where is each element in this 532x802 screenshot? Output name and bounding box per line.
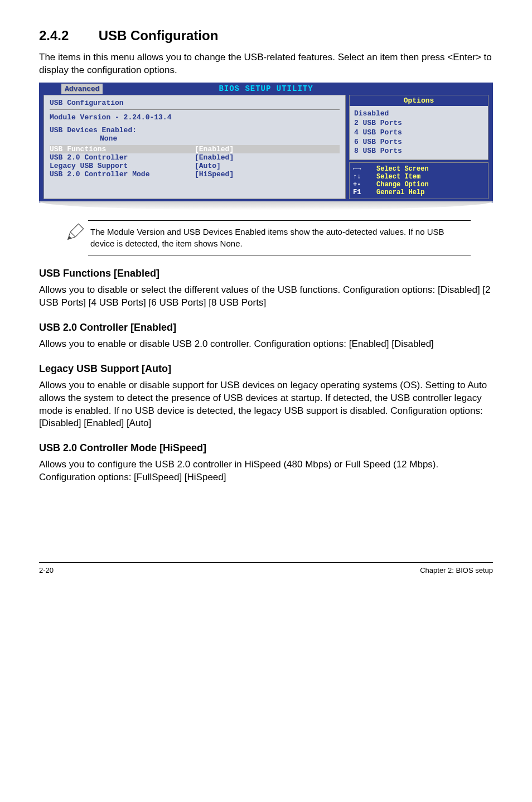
bios-option-item[interactable]: 8 USB Ports: [354, 147, 483, 156]
footer-page-number: 2-20: [39, 566, 54, 574]
bios-option-item[interactable]: 6 USB Ports: [354, 138, 483, 147]
bios-help-text: Change Option: [376, 181, 429, 189]
bios-help-key: ↑↓: [353, 173, 376, 181]
subsection-heading: USB 2.0 Controller [Enabled]: [39, 322, 493, 334]
subsection-body: Allows you to enable or disable USB 2.0 …: [39, 338, 493, 351]
section-intro: The items in this menu allows you to cha…: [39, 51, 493, 77]
bios-options-box: Options Disabled2 USB Ports4 USB Ports6 …: [349, 95, 489, 160]
bios-setting-row[interactable]: USB Functions[Enabled]: [50, 145, 340, 153]
bios-setup-title: BIOS SETUP UTILITY: [39, 83, 493, 95]
bios-devices-enabled-label: USB Devices Enabled:: [50, 126, 340, 134]
section-title-text: USB Configuration: [99, 28, 219, 43]
bios-left-pane: USB Configuration Module Version - 2.24.…: [43, 95, 346, 199]
bios-help-line: ↑↓Select Item: [353, 173, 485, 181]
bios-options-header: Options: [350, 95, 488, 106]
bios-setting-value: [Enabled]: [195, 145, 234, 153]
bios-setting-value: [Enabled]: [195, 153, 234, 162]
bios-setting-label: Legacy USB Support: [50, 162, 195, 170]
bios-setting-value: [Auto]: [195, 162, 221, 170]
bios-option-item[interactable]: Disabled: [354, 109, 483, 119]
bios-help-text: Select Item: [376, 173, 420, 181]
bios-setting-label: USB 2.0 Controller Mode: [50, 170, 195, 178]
bios-help-line: ←→Select Screen: [353, 165, 485, 173]
bios-setting-row[interactable]: USB 2.0 Controller[Enabled]: [50, 153, 340, 162]
pencil-icon: [61, 220, 88, 243]
bios-option-item[interactable]: 2 USB Ports: [354, 119, 483, 128]
section-heading: 2.4.2 USB Configuration: [39, 28, 493, 44]
bios-help-key: +-: [353, 181, 376, 189]
bios-setting-row[interactable]: Legacy USB Support[Auto]: [50, 162, 340, 170]
note-text: The Module Version and USB Devices Enabl…: [90, 227, 444, 248]
bios-help-line: F1General Help: [353, 189, 485, 196]
bios-devices-enabled-value: None: [50, 134, 340, 143]
bios-setting-label: USB Functions: [50, 145, 195, 153]
subsection-body: Allows you to configure the USB 2.0 cont…: [39, 458, 493, 484]
bios-tab-advanced[interactable]: Advanced: [61, 84, 103, 94]
bios-title-bar: BIOS SETUP UTILITY Advanced: [39, 83, 493, 95]
bios-left-header: USB Configuration: [50, 99, 340, 107]
bios-option-item[interactable]: 4 USB Ports: [354, 128, 483, 138]
section-number: 2.4.2: [39, 28, 95, 44]
bios-help-line: +-Change Option: [353, 181, 485, 189]
subsection-heading: Legacy USB Support [Auto]: [39, 363, 493, 375]
subsection-heading: USB Functions [Enabled]: [39, 268, 493, 279]
note-callout: The Module Version and USB Devices Enabl…: [61, 220, 493, 255]
bios-help-key: ←→: [353, 165, 376, 173]
bios-help-box: ←→Select Screen↑↓Select Item+-Change Opt…: [349, 162, 489, 199]
bios-setting-label: USB 2.0 Controller: [50, 153, 195, 162]
bios-setting-value: [HiSpeed]: [195, 170, 234, 178]
page-footer: 2-20 Chapter 2: BIOS setup: [39, 562, 493, 574]
bios-help-text: Select Screen: [376, 165, 429, 173]
bios-help-text: General Help: [376, 189, 424, 196]
subsection-body: Allows you to enable or disable support …: [39, 379, 493, 431]
subsection-body: Allows you to disable or select the diff…: [39, 284, 493, 310]
bios-panel: BIOS SETUP UTILITY Advanced USB Configur…: [39, 83, 493, 210]
bios-module-version: Module Version - 2.24.0-13.4: [50, 113, 340, 122]
bios-setting-row[interactable]: USB 2.0 Controller Mode[HiSpeed]: [50, 170, 340, 178]
subsection-heading: USB 2.0 Controller Mode [HiSpeed]: [39, 442, 493, 454]
bios-help-key: F1: [353, 189, 376, 196]
footer-chapter: Chapter 2: BIOS setup: [420, 566, 493, 574]
